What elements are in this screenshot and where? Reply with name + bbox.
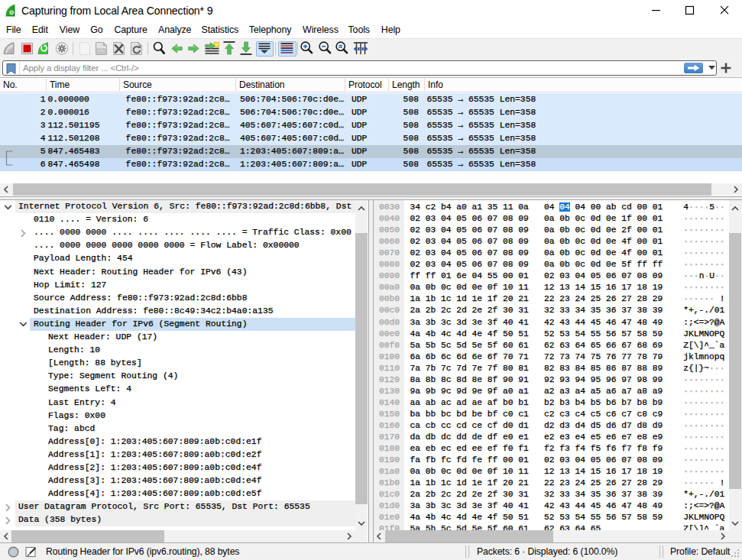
svg-text:010: 010 — [98, 49, 105, 53]
